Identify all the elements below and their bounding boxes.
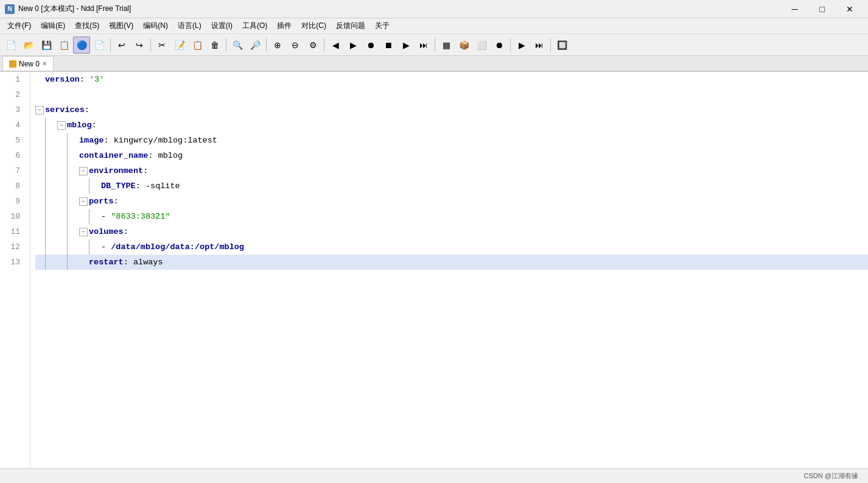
line-num-3: 3 <box>0 102 25 118</box>
toolbar-open[interactable]: 📂 <box>20 37 37 54</box>
toolbar-macro-rec[interactable]: ⏺ <box>362 37 379 54</box>
code-val-db-type: -sqlite <box>145 178 180 194</box>
menu-settings[interactable]: 设置(I) <box>206 19 237 33</box>
code-key-ports: ports <box>89 194 114 209</box>
code-line-7: − environment: <box>35 163 868 178</box>
fold-btn-7[interactable]: − <box>79 167 88 175</box>
menu-language[interactable]: 语言(L) <box>173 19 206 33</box>
editor: 1 2 3 4 5 6 7 8 9 10 11 12 13 version: '… <box>0 72 868 468</box>
menu-file[interactable]: 文件(F) <box>2 19 36 33</box>
toolbar-sync[interactable]: ⚙ <box>304 37 321 54</box>
line-num-6: 6 <box>0 148 25 163</box>
toolbar-cut[interactable]: ✂ <box>153 37 170 54</box>
toolbar-paste[interactable]: 📋 <box>189 37 206 54</box>
tab-new0[interactable]: New 0 ✕ <box>2 56 54 71</box>
line-num-1: 1 <box>0 72 25 87</box>
toolbar-separator-6 <box>435 38 435 52</box>
code-key-restart: restart <box>89 255 124 270</box>
toolbar-active[interactable]: 🔵 <box>73 37 90 54</box>
code-key-container-name: container_name <box>79 148 148 163</box>
code-val-restart: always <box>133 255 163 270</box>
menu-plugins[interactable]: 插件 <box>272 19 296 33</box>
toolbar-separator-8 <box>550 38 551 52</box>
fold-btn-3[interactable]: − <box>35 106 44 115</box>
toolbar-record2[interactable]: ⏺ <box>491 37 508 54</box>
code-line-1: version: '3' <box>35 72 868 87</box>
toolbar: 📄 📂 💾 📋 🔵 📄 ↩ ↪ ✂ 📝 📋 🗑 🔍 🔎 ⊕ ⊖ ⚙ ◀ ▶ ⏺ … <box>0 34 868 56</box>
toolbar-separator-1 <box>110 38 111 52</box>
code-line-12: - /data/mblog/data:/opt/mblog <box>35 239 868 255</box>
toolbar-zoomin[interactable]: ⊕ <box>269 37 286 54</box>
code-key-volumes: volumes <box>89 224 124 239</box>
toolbar-macro-next[interactable]: ⏭ <box>415 37 432 54</box>
line-num-2: 2 <box>0 87 25 102</box>
window-controls: ─ □ ✕ <box>781 0 863 18</box>
menu-encoding[interactable]: 编码(N) <box>138 19 173 33</box>
line-num-10: 10 <box>0 209 25 224</box>
code-line-4: − mblog: <box>35 118 868 133</box>
toolbar-undo[interactable]: ↩ <box>113 37 130 54</box>
tab-file-icon <box>9 60 16 68</box>
window-title: New 0 [文本模式] - Ndd [Free Trial] <box>18 4 131 14</box>
code-key-db-type: DB_TYPE <box>101 178 136 194</box>
menu-edit[interactable]: 编辑(E) <box>36 19 70 33</box>
toolbar-zoomout[interactable]: ⊖ <box>287 37 304 54</box>
toolbar-mono[interactable]: 📦 <box>455 37 472 54</box>
toolbar-saveas[interactable]: 📋 <box>55 37 72 54</box>
toolbar-separator-4 <box>266 38 267 52</box>
menu-about[interactable]: 关于 <box>370 19 394 33</box>
line-num-4: 4 <box>0 118 25 133</box>
tab-close-btn[interactable]: ✕ <box>42 60 47 67</box>
toolbar-find[interactable]: 🔍 <box>229 37 246 54</box>
menu-compare[interactable]: 对比(C) <box>296 19 331 33</box>
toolbar-redo[interactable]: ↪ <box>131 37 148 54</box>
fold-btn-11[interactable]: − <box>79 228 88 236</box>
toolbar-split[interactable]: ⬜ <box>473 37 490 54</box>
code-line-11: − volumes: <box>35 224 868 239</box>
toolbar-doclist[interactable]: 📄 <box>91 37 108 54</box>
code-key-environment: environment <box>89 163 143 178</box>
toolbar-run[interactable]: ▶ <box>513 37 530 54</box>
code-key-version: version <box>45 72 80 87</box>
code-area[interactable]: version: '3' − services: − mblog: image:… <box>30 72 868 468</box>
code-val-version: '3' <box>89 72 104 87</box>
maximize-button[interactable]: □ <box>808 0 836 18</box>
menu-search[interactable]: 查找(S) <box>70 19 104 33</box>
line-numbers: 1 2 3 4 5 6 7 8 9 10 11 12 13 <box>0 72 30 468</box>
fold-btn-9[interactable]: − <box>79 197 88 206</box>
toolbar-replace[interactable]: 🔎 <box>247 37 264 54</box>
close-button[interactable]: ✕ <box>836 0 863 18</box>
toolbar-next[interactable]: ▶ <box>345 37 362 54</box>
code-line-8: DB_TYPE: -sqlite <box>35 178 868 194</box>
toolbar-col-mode[interactable]: ▦ <box>438 37 455 54</box>
line-num-11: 11 <box>0 224 25 239</box>
code-line-3: − services: <box>35 102 868 118</box>
fold-btn-4[interactable]: − <box>57 121 66 130</box>
code-dash-10: - <box>101 209 111 224</box>
code-line-9: − ports: <box>35 194 868 209</box>
toolbar-run-skip[interactable]: ⏭ <box>531 37 548 54</box>
minimize-button[interactable]: ─ <box>781 0 808 18</box>
app-icon: N <box>5 4 15 14</box>
toolbar-prev[interactable]: ◀ <box>327 37 344 54</box>
code-val-port: "8633:38321" <box>111 209 170 224</box>
line-num-12: 12 <box>0 239 25 255</box>
menu-feedback[interactable]: 反馈问题 <box>331 19 370 33</box>
code-key-services: services <box>45 102 85 118</box>
toolbar-macro-play[interactable]: ▶ <box>397 37 415 54</box>
line-num-5: 5 <box>0 133 25 148</box>
line-num-13: 13 <box>0 255 25 270</box>
toolbar-extra[interactable]: 🔲 <box>553 37 570 54</box>
toolbar-new[interactable]: 📄 <box>2 37 19 54</box>
menu-view[interactable]: 视图(V) <box>104 19 138 33</box>
code-line-6: container_name: mblog <box>35 148 868 163</box>
toolbar-save[interactable]: 💾 <box>38 37 55 54</box>
code-val-image: kingwrcy/mblog:latest <box>114 133 217 148</box>
toolbar-macro-stop[interactable]: ⏹ <box>380 37 397 54</box>
toolbar-delete[interactable]: 🗑 <box>206 37 223 54</box>
toolbar-separator-2 <box>150 38 151 52</box>
menu-bar: 文件(F) 编辑(E) 查找(S) 视图(V) 编码(N) 语言(L) 设置(I… <box>0 18 868 34</box>
menu-tools[interactable]: 工具(O) <box>237 19 272 33</box>
toolbar-copy[interactable]: 📝 <box>171 37 188 54</box>
status-bar: CSDN @江湖有缘 <box>0 468 868 483</box>
